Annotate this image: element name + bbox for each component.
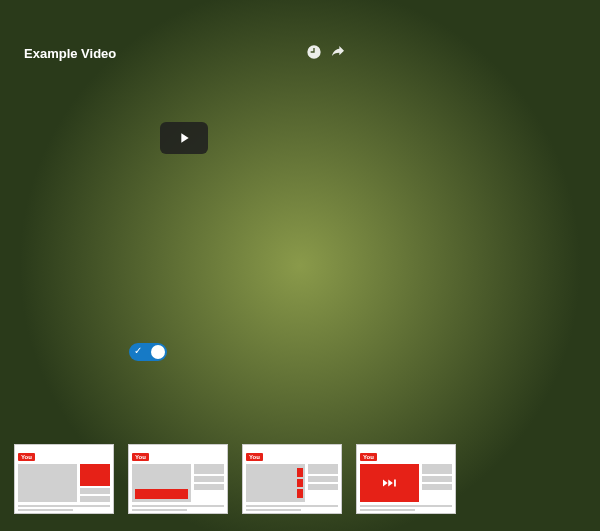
ad-format-sponsored-card[interactable]: You [242,444,342,514]
share-icon[interactable] [330,44,346,63]
monetize-toggle[interactable]: ✓ [129,343,167,361]
player-video-title: Example Video [24,46,116,61]
ad-format-skippable-card[interactable]: You [356,444,456,514]
toggle-knob [151,345,165,359]
check-icon: ✓ [134,345,142,356]
ad-format-display-card[interactable]: You [14,444,114,514]
thumbnail-option-3[interactable] [364,150,454,200]
watch-later-icon[interactable] [306,44,322,63]
ad-format-overlay-card[interactable]: You [128,444,228,514]
play-button[interactable] [160,122,208,154]
